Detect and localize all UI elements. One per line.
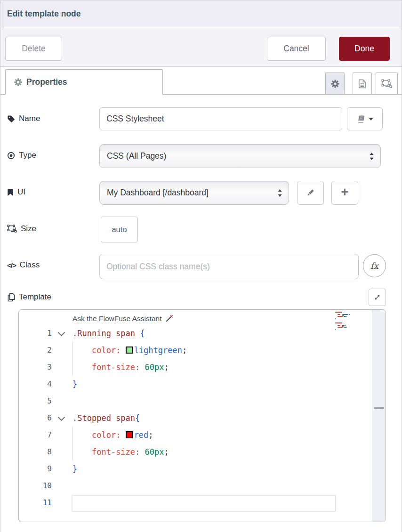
code-text: color: red;: [72, 427, 153, 443]
code-line[interactable]: 6.Stopped span{: [19, 410, 386, 427]
fx-icon: fx: [370, 261, 378, 271]
ui-label: UI: [7, 187, 25, 197]
type-select[interactable]: CSS (All Pages): [99, 144, 381, 168]
overview-ruler: [372, 310, 386, 522]
ui-select[interactable]: My Dashboard [/dashboard]: [99, 181, 289, 205]
done-button[interactable]: Done: [339, 37, 390, 61]
tab-bar: Properties: [0, 67, 402, 95]
ui-select-value: My Dashboard [/dashboard]: [107, 188, 209, 198]
name-options-button[interactable]: [347, 107, 383, 130]
appearance-view-button[interactable]: [376, 73, 398, 95]
size-auto-button[interactable]: auto: [101, 217, 138, 242]
line-number: 5: [19, 393, 52, 410]
properties-view-button[interactable]: [325, 73, 345, 95]
cancel-button[interactable]: Cancel: [267, 37, 326, 61]
delete-button[interactable]: Delete: [5, 37, 62, 61]
code-text: }: [72, 376, 77, 393]
minimap[interactable]: [335, 312, 372, 340]
tag-icon: [7, 115, 15, 123]
template-code-editor[interactable]: Ask the FlowFuse Assistant 1.Running spa…: [18, 309, 386, 522]
action-button-row: Delete Cancel Done: [0, 28, 402, 67]
plus-icon: +: [341, 186, 349, 199]
line-number: 9: [19, 460, 52, 477]
name-input[interactable]: [99, 107, 342, 130]
fx-expression-button[interactable]: fx: [363, 254, 386, 277]
pencil-icon: [306, 188, 315, 197]
expand-icon: [374, 294, 381, 301]
line-number: 1: [19, 325, 52, 342]
name-label: Name: [7, 113, 40, 124]
fold-chevron-icon[interactable]: [58, 414, 65, 421]
description-view-button[interactable]: [353, 73, 372, 95]
tab-properties-label: Properties: [26, 77, 67, 87]
line-number: 2: [19, 342, 52, 359]
code-text: color: lightgreen;: [72, 342, 187, 359]
line-number: 3: [19, 359, 52, 376]
select-carets-icon: [277, 188, 282, 197]
class-label: </> Class: [7, 260, 40, 270]
line-number: 11: [19, 494, 52, 511]
target-icon: [7, 152, 15, 160]
code-line[interactable]: 7 color: red;: [19, 427, 386, 443]
code-line[interactable]: 9}: [19, 460, 386, 477]
fold-chevron-icon[interactable]: [58, 329, 65, 337]
expand-editor-button[interactable]: [369, 289, 386, 306]
line-number: 10: [19, 477, 52, 494]
class-input[interactable]: [99, 254, 359, 279]
book-icon: [356, 115, 365, 123]
gear-icon: [331, 80, 339, 88]
line-number: 7: [19, 427, 52, 443]
code-line[interactable]: 1.Running span {: [19, 325, 386, 342]
document-icon: [358, 79, 366, 89]
chevron-down-icon: [369, 118, 373, 121]
object-selection-icon: [7, 225, 17, 233]
code-line[interactable]: 11: [19, 494, 386, 511]
bookmark-icon: [7, 188, 14, 196]
code-line[interactable]: 8 font-size: 60px;: [19, 443, 386, 460]
code-lines: 1.Running span {2 color: lightgreen;3 fo…: [19, 310, 386, 522]
code-text: .Stopped span{: [72, 410, 140, 427]
code-line[interactable]: 4}: [19, 376, 386, 393]
code-line[interactable]: 3 font-size: 60px;: [19, 359, 386, 376]
current-line-highlight: [72, 495, 336, 512]
scrollbar-thumb[interactable]: [374, 407, 384, 409]
code-text: .Running span {: [72, 325, 145, 342]
object-selection-icon: [381, 79, 392, 89]
color-swatch[interactable]: [126, 347, 133, 354]
code-line[interactable]: 5: [19, 393, 386, 410]
code-text: }: [72, 460, 77, 477]
dialog-header: Edit template node: [0, 0, 402, 27]
tab-properties[interactable]: Properties: [5, 69, 163, 95]
code-line[interactable]: 2 color: lightgreen;: [19, 342, 386, 359]
size-label: Size: [7, 224, 36, 234]
code-icon: </>: [7, 261, 16, 269]
code-line[interactable]: 10: [19, 477, 386, 494]
code-text: font-size: 60px;: [72, 443, 169, 460]
line-number: 8: [19, 443, 52, 460]
type-select-value: CSS (All Pages): [107, 151, 166, 161]
edit-template-dialog: Edit template node Delete Cancel Done Pr…: [0, 0, 402, 532]
add-ui-button[interactable]: +: [331, 181, 358, 205]
code-text: font-size: 60px;: [72, 359, 169, 376]
type-label: Type: [7, 150, 36, 161]
edit-ui-button[interactable]: [297, 181, 324, 205]
copy-pages-icon: [7, 293, 15, 302]
dialog-title: Edit template node: [7, 0, 81, 27]
line-number: 4: [19, 376, 52, 393]
line-number: 6: [19, 410, 52, 427]
gear-icon: [14, 78, 22, 86]
template-label: Template: [7, 292, 51, 302]
color-swatch[interactable]: [126, 431, 133, 438]
select-carets-icon: [369, 152, 374, 161]
